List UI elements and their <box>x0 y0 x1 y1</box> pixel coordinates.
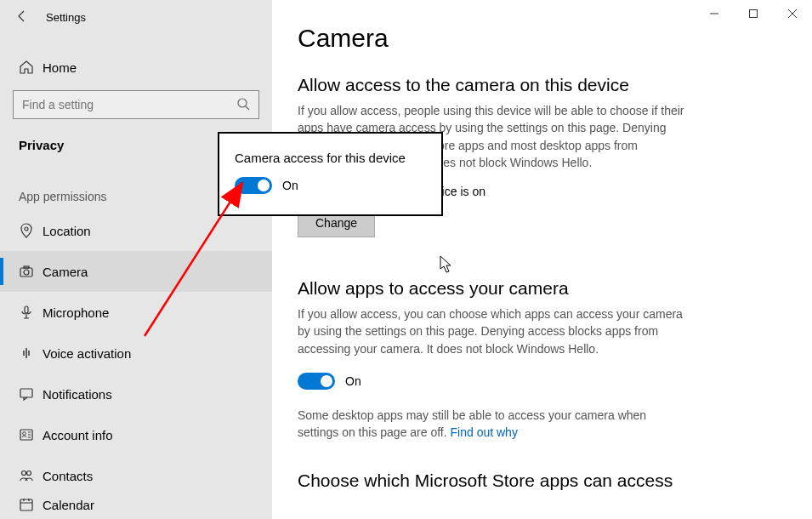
search-input-wrapper[interactable] <box>13 90 259 119</box>
sidebar-item-account-info[interactable]: Account info <box>0 414 272 455</box>
sidebar-item-label: Contacts <box>43 469 93 483</box>
find-out-why-link[interactable]: Find out why <box>451 425 518 439</box>
contacts-icon <box>19 468 43 483</box>
device-access-toggle-label: On <box>282 179 298 192</box>
sidebar-item-notifications[interactable]: Notifications <box>0 374 272 414</box>
section1-heading: Allow access to the camera on this devic… <box>298 75 778 95</box>
camera-access-popup: Camera access for this device On <box>218 132 443 216</box>
sidebar-item-calendar[interactable]: Calendar <box>0 496 272 513</box>
svg-rect-4 <box>24 266 29 268</box>
back-icon[interactable] <box>15 9 39 26</box>
apps-access-toggle-label: On <box>345 374 361 388</box>
microphone-icon <box>19 305 43 320</box>
sidebar-item-label: Location <box>43 224 91 238</box>
apps-access-toggle[interactable] <box>298 373 335 390</box>
camera-icon <box>19 264 43 279</box>
location-icon <box>19 223 43 238</box>
device-access-toggle[interactable] <box>235 177 272 194</box>
notifications-icon <box>19 386 43 402</box>
section2-heading: Allow apps to access your camera <box>298 278 778 299</box>
svg-point-9 <box>22 471 26 476</box>
search-input[interactable] <box>22 98 236 111</box>
sidebar-item-label: Microphone <box>43 305 109 320</box>
sidebar-item-microphone[interactable]: Microphone <box>0 292 272 333</box>
calendar-icon <box>19 497 43 512</box>
sidebar-item-label: Voice activation <box>43 346 131 361</box>
home-icon <box>19 60 43 75</box>
section3-heading: Choose which Microsoft Store apps can ac… <box>298 471 778 491</box>
voice-icon <box>19 345 43 361</box>
popup-title: Camera access for this device <box>235 151 426 165</box>
svg-rect-6 <box>20 389 32 397</box>
close-button[interactable] <box>773 0 812 27</box>
sidebar: Settings Home Privacy App permissions Lo… <box>0 0 272 519</box>
section2-desc: If you allow access, you can choose whic… <box>298 305 689 357</box>
svg-point-3 <box>24 270 29 275</box>
window-title: Settings <box>46 11 86 24</box>
svg-rect-5 <box>25 306 28 313</box>
svg-point-1 <box>25 227 28 231</box>
svg-point-8 <box>23 432 26 436</box>
sidebar-item-label: Notifications <box>43 387 112 402</box>
svg-rect-11 <box>20 499 32 510</box>
window-controls <box>695 0 812 27</box>
svg-rect-12 <box>750 10 758 18</box>
sidebar-item-voice-activation[interactable]: Voice activation <box>0 333 272 374</box>
sidebar-item-label: Calendar <box>43 498 94 512</box>
search-icon <box>236 97 250 113</box>
page-title: Camera <box>298 24 778 53</box>
sidebar-item-contacts[interactable]: Contacts <box>0 455 272 496</box>
main-content: Camera Allow access to the camera on thi… <box>272 0 812 519</box>
titlebar: Settings <box>0 0 272 34</box>
sidebar-item-location[interactable]: Location <box>0 210 272 251</box>
sidebar-home[interactable]: Home <box>0 51 272 83</box>
svg-point-10 <box>27 471 31 476</box>
maximize-button[interactable] <box>734 0 773 27</box>
sidebar-item-camera[interactable]: Camera <box>0 251 272 292</box>
account-icon <box>19 427 43 442</box>
sidebar-item-label: Camera <box>43 265 88 279</box>
sidebar-item-label: Account info <box>43 428 113 442</box>
minimize-button[interactable] <box>695 0 734 27</box>
section2-note: Some desktop apps may still be able to a… <box>298 407 689 442</box>
svg-point-0 <box>238 99 247 107</box>
sidebar-home-label: Home <box>43 60 77 75</box>
